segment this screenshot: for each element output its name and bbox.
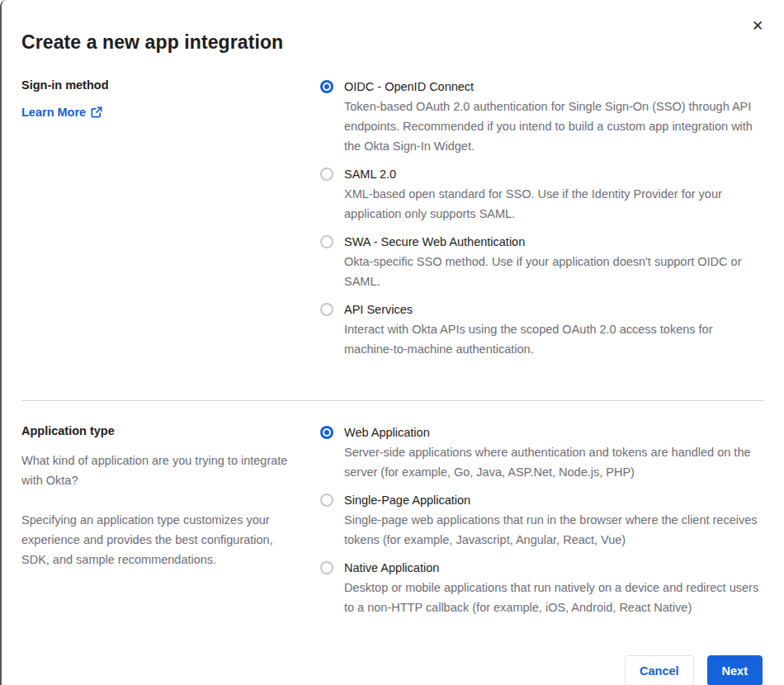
dialog-title: Create a new app integration [2,0,784,54]
dialog-footer: Cancel Next [2,655,784,685]
option-description: XML-based open standard for SSO. Use if … [344,184,764,224]
radio-unselected-icon[interactable] [320,561,333,574]
option-label: Native Application [344,558,764,578]
radio-unselected-icon[interactable] [320,494,333,507]
application-type-radio-group: Web Application Server-side applications… [320,423,764,626]
cancel-button[interactable]: Cancel [625,655,694,685]
option-description: Server-side applications where authentic… [344,442,764,482]
radio-option-native-application[interactable]: Native Application Desktop or mobile app… [320,558,764,617]
radio-unselected-icon[interactable] [320,303,333,316]
radio-option-web-application[interactable]: Web Application Server-side applications… [320,423,764,482]
radio-unselected-icon[interactable] [320,168,333,181]
learn-more-label: Learn More [21,106,86,119]
radio-unselected-icon[interactable] [320,235,333,248]
next-button[interactable]: Next [707,655,763,685]
option-description: Token-based OAuth 2.0 authentication for… [344,97,764,156]
radio-selected-icon[interactable] [320,80,333,93]
option-description: Desktop or mobile applications that run … [344,578,764,617]
create-app-integration-dialog: ✕ Create a new app integration Sign-in m… [0,0,784,685]
external-link-icon [91,106,102,118]
option-description: Okta-specific SSO method. Use if your ap… [344,252,764,291]
radio-option-api-services[interactable]: API Services Interact with Okta APIs usi… [320,300,764,359]
option-label: Web Application [344,423,764,442]
option-label: API Services [344,300,764,319]
signin-method-radio-group: OIDC - OpenID Connect Token-based OAuth … [320,77,764,367]
section-divider [21,400,764,401]
application-type-heading: Application type [21,423,300,439]
option-label: OIDC - OpenID Connect [344,77,764,97]
radio-option-oidc[interactable]: OIDC - OpenID Connect Token-based OAuth … [320,77,764,156]
radio-selected-icon[interactable] [320,426,333,439]
application-type-section: Application type What kind of applicatio… [2,423,784,626]
signin-method-section: Sign-in method Learn More OIDC - OpenID … [2,77,784,367]
radio-option-single-page-application[interactable]: Single-Page Application Single-page web … [320,490,764,550]
option-description: Single-page web applications that run in… [344,510,764,550]
application-type-explainer: Specifying an application type customize… [21,510,300,569]
signin-method-heading: Sign-in method [21,77,300,93]
option-label: SAML 2.0 [344,164,764,184]
option-label: Single-Page Application [344,490,764,510]
option-description: Interact with Okta APIs using the scoped… [344,319,764,359]
application-type-question: What kind of application are you trying … [21,451,300,490]
option-label: SWA - Secure Web Authentication [344,232,764,252]
close-icon[interactable]: ✕ [748,17,767,36]
learn-more-link[interactable]: Learn More [21,106,102,119]
radio-option-saml[interactable]: SAML 2.0 XML-based open standard for SSO… [320,164,764,224]
radio-option-swa[interactable]: SWA - Secure Web Authentication Okta-spe… [320,232,764,291]
